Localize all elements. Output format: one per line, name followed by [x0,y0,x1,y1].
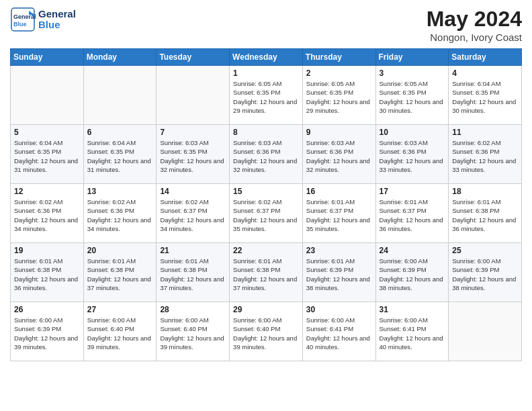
day-number: 13 [87,187,153,196]
day-info: Sunrise: 6:01 AM Sunset: 6:38 PM Dayligh… [14,257,80,292]
day-number: 17 [380,187,445,196]
table-row: 13Sunrise: 6:02 AM Sunset: 6:36 PM Dayli… [83,184,157,243]
calendar-week-row: 5Sunrise: 6:04 AM Sunset: 6:35 PM Daylig… [11,125,522,184]
table-row: 21Sunrise: 6:01 AM Sunset: 6:38 PM Dayli… [157,243,230,302]
table-row: 24Sunrise: 6:00 AM Sunset: 6:39 PM Dayli… [375,243,449,302]
day-number: 22 [233,246,299,255]
day-info: Sunrise: 6:03 AM Sunset: 6:36 PM Dayligh… [380,138,445,174]
day-info: Sunrise: 6:00 AM Sunset: 6:41 PM Dayligh… [306,316,372,351]
day-info: Sunrise: 6:02 AM Sunset: 6:37 PM Dayligh… [233,197,299,233]
table-row: 19Sunrise: 6:01 AM Sunset: 6:38 PM Dayli… [11,243,84,302]
day-number: 19 [14,246,80,255]
day-number: 7 [160,128,226,137]
day-number: 5 [14,128,80,137]
table-row: 28Sunrise: 6:00 AM Sunset: 6:40 PM Dayli… [157,302,230,361]
day-info: Sunrise: 6:00 AM Sunset: 6:41 PM Dayligh… [380,316,445,351]
header-monday: Monday [83,49,157,66]
table-row: 23Sunrise: 6:01 AM Sunset: 6:39 PM Dayli… [302,243,375,302]
day-info: Sunrise: 6:02 AM Sunset: 6:36 PM Dayligh… [452,138,518,174]
table-row: 26Sunrise: 6:00 AM Sunset: 6:39 PM Dayli… [11,302,84,361]
day-info: Sunrise: 6:00 AM Sunset: 6:40 PM Dayligh… [87,316,153,351]
day-number: 2 [306,68,372,78]
day-number: 4 [452,68,518,78]
calendar-table: Sunday Monday Tuesday Wednesday Thursday… [10,48,522,361]
table-row: 8Sunrise: 6:03 AM Sunset: 6:36 PM Daylig… [230,125,303,184]
table-row: 9Sunrise: 6:03 AM Sunset: 6:36 PM Daylig… [302,125,375,184]
day-number: 18 [452,187,518,196]
day-info: Sunrise: 6:05 AM Sunset: 6:35 PM Dayligh… [306,79,372,115]
logo-text: General Blue [38,9,76,31]
header-sunday: Sunday [11,49,84,66]
table-row [157,66,230,125]
table-row: 18Sunrise: 6:01 AM Sunset: 6:38 PM Dayli… [449,184,522,243]
day-info: Sunrise: 6:01 AM Sunset: 6:38 PM Dayligh… [160,257,226,292]
day-info: Sunrise: 6:04 AM Sunset: 6:35 PM Dayligh… [87,138,153,174]
day-info: Sunrise: 6:02 AM Sunset: 6:37 PM Dayligh… [160,197,226,233]
day-info: Sunrise: 6:01 AM Sunset: 6:38 PM Dayligh… [233,257,299,292]
table-row: 6Sunrise: 6:04 AM Sunset: 6:35 PM Daylig… [83,125,157,184]
table-row: 20Sunrise: 6:01 AM Sunset: 6:38 PM Dayli… [83,243,157,302]
day-number: 1 [233,68,299,78]
day-info: Sunrise: 6:01 AM Sunset: 6:37 PM Dayligh… [380,197,445,233]
header-friday: Friday [375,49,449,66]
weekday-header-row: Sunday Monday Tuesday Wednesday Thursday… [11,49,522,66]
day-number: 26 [14,305,80,314]
day-number: 3 [380,68,445,78]
day-number: 16 [306,187,372,196]
calendar-week-row: 26Sunrise: 6:00 AM Sunset: 6:39 PM Dayli… [11,302,522,361]
day-info: Sunrise: 6:01 AM Sunset: 6:38 PM Dayligh… [87,257,153,292]
page: General Blue General Blue May 2024 Nongo… [0,0,532,371]
day-number: 23 [306,246,372,255]
title-block: May 2024 Nongon, Ivory Coast [427,7,522,43]
calendar-week-row: 12Sunrise: 6:02 AM Sunset: 6:36 PM Dayli… [11,184,522,243]
table-row: 12Sunrise: 6:02 AM Sunset: 6:36 PM Dayli… [11,184,84,243]
logo-general-label: General [38,9,76,20]
table-row [83,66,157,125]
table-row: 11Sunrise: 6:02 AM Sunset: 6:36 PM Dayli… [449,125,522,184]
day-info: Sunrise: 6:02 AM Sunset: 6:36 PM Dayligh… [87,197,153,233]
table-row: 15Sunrise: 6:02 AM Sunset: 6:37 PM Dayli… [230,184,303,243]
table-row: 25Sunrise: 6:00 AM Sunset: 6:39 PM Dayli… [449,243,522,302]
day-number: 6 [87,128,153,137]
day-info: Sunrise: 6:05 AM Sunset: 6:35 PM Dayligh… [380,79,445,115]
logo-blue-label: Blue [38,19,76,31]
day-number: 31 [380,305,445,314]
table-row: 22Sunrise: 6:01 AM Sunset: 6:38 PM Dayli… [230,243,303,302]
day-number: 11 [452,128,518,137]
table-row: 31Sunrise: 6:00 AM Sunset: 6:41 PM Dayli… [375,302,449,361]
table-row: 2Sunrise: 6:05 AM Sunset: 6:35 PM Daylig… [302,66,375,125]
day-info: Sunrise: 6:05 AM Sunset: 6:35 PM Dayligh… [233,79,299,115]
day-number: 30 [306,305,372,314]
calendar-title: May 2024 [427,7,522,32]
calendar-week-row: 19Sunrise: 6:01 AM Sunset: 6:38 PM Dayli… [11,243,522,302]
day-info: Sunrise: 6:04 AM Sunset: 6:35 PM Dayligh… [14,138,80,174]
header-wednesday: Wednesday [230,49,303,66]
calendar-week-row: 1Sunrise: 6:05 AM Sunset: 6:35 PM Daylig… [11,66,522,125]
table-row: 17Sunrise: 6:01 AM Sunset: 6:37 PM Dayli… [375,184,449,243]
table-row: 29Sunrise: 6:00 AM Sunset: 6:40 PM Dayli… [230,302,303,361]
day-info: Sunrise: 6:03 AM Sunset: 6:36 PM Dayligh… [233,138,299,174]
day-number: 9 [306,128,372,137]
logo: General Blue General Blue [10,7,76,32]
header-saturday: Saturday [449,49,522,66]
table-row [449,302,522,361]
day-number: 25 [452,246,518,255]
day-number: 12 [14,187,80,196]
day-info: Sunrise: 6:01 AM Sunset: 6:39 PM Dayligh… [306,257,372,292]
day-info: Sunrise: 6:01 AM Sunset: 6:38 PM Dayligh… [452,197,518,233]
day-number: 20 [87,246,153,255]
header-tuesday: Tuesday [157,49,230,66]
day-info: Sunrise: 6:01 AM Sunset: 6:37 PM Dayligh… [306,197,372,233]
table-row: 3Sunrise: 6:05 AM Sunset: 6:35 PM Daylig… [375,66,449,125]
day-number: 28 [160,305,226,314]
table-row: 30Sunrise: 6:00 AM Sunset: 6:41 PM Dayli… [302,302,375,361]
table-row: 5Sunrise: 6:04 AM Sunset: 6:35 PM Daylig… [11,125,84,184]
day-info: Sunrise: 6:00 AM Sunset: 6:39 PM Dayligh… [452,257,518,292]
table-row [11,66,84,125]
table-row: 7Sunrise: 6:03 AM Sunset: 6:35 PM Daylig… [157,125,230,184]
table-row: 16Sunrise: 6:01 AM Sunset: 6:37 PM Dayli… [302,184,375,243]
day-number: 10 [380,128,445,137]
day-number: 15 [233,187,299,196]
header-thursday: Thursday [302,49,375,66]
day-info: Sunrise: 6:00 AM Sunset: 6:40 PM Dayligh… [160,316,226,351]
